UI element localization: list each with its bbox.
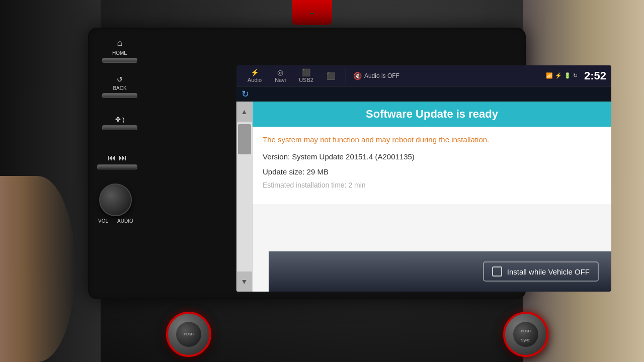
home-button-bar[interactable] <box>102 58 137 63</box>
scroll-up-button[interactable]: ▲ <box>237 102 252 122</box>
audio-status: 🔇 Audio is OFF <box>353 72 399 80</box>
right-knob-outer[interactable]: PUSHSyNC <box>503 312 548 357</box>
install-while-off-checkbox[interactable]: Install while Vehicle OFF <box>483 261 599 282</box>
vol-knob[interactable]: VOL AUDIO <box>98 184 133 224</box>
status-icons: 📶 ⚡ 🔋 ↻ <box>546 72 578 79</box>
left-knob-inner[interactable]: PUSH <box>176 322 201 347</box>
hand-overlay <box>0 176 75 362</box>
car-interior: ▬ ⌂ HOME ↺ BACK ✤ ) <box>0 0 644 362</box>
nav-tabs: ⚡ Audio ◎ Navi ⬛ USB2 ⬛ <box>242 67 341 84</box>
wifi-icon: 📶 <box>546 72 553 79</box>
brightness-button-bar[interactable] <box>102 125 137 130</box>
speaker-icon: 🔇 <box>353 72 362 80</box>
emergency-button-top[interactable]: ▬ <box>292 0 332 25</box>
scroll-thumb[interactable] <box>238 124 251 154</box>
update-content: Software Update is ready The system may … <box>253 102 611 292</box>
refresh-row: ↻ <box>236 86 611 102</box>
content-area: ▲ ▼ Software Update is ready The system … <box>236 102 611 292</box>
tab-navi[interactable]: ◎ Navi <box>269 67 292 84</box>
screen-bezel: ⌂ HOME ↺ BACK ✤ ) ⏮⏭ <box>88 28 526 299</box>
update-size-text: Update size: 29 MB <box>263 166 601 178</box>
time-display: 2:52 <box>584 69 606 82</box>
install-label: Install while Vehicle OFF <box>507 267 590 276</box>
main-screen: ⚡ Audio ◎ Navi ⬛ USB2 ⬛ <box>236 65 611 292</box>
vol-knob-dial[interactable] <box>99 184 132 216</box>
update-title: Software Update is ready <box>366 108 498 120</box>
back-button[interactable]: ↺ BACK <box>102 75 137 98</box>
push-label: PUSH <box>184 332 193 336</box>
update-header: Software Update is ready <box>253 102 611 127</box>
skip-button-bar[interactable] <box>97 164 137 169</box>
version-text: Version: System Update 20151.4 (A2001135… <box>263 151 601 163</box>
home-button[interactable]: ⌂ HOME <box>102 38 137 63</box>
bottom-controls: PUSH PUSHSyNC <box>25 282 619 362</box>
left-knob-outer[interactable]: PUSH <box>166 312 211 357</box>
checkbox[interactable] <box>492 266 502 277</box>
navi-icon: ◎ <box>277 68 283 76</box>
usb2-icon: ⬛ <box>302 68 310 76</box>
usb-icon: ⬛ <box>327 72 335 80</box>
status-bar: ⚡ Audio ◎ Navi ⬛ USB2 ⬛ <box>236 65 611 86</box>
update-body: The system may not function and may rebo… <box>253 127 611 204</box>
right-knob-inner[interactable]: PUSHSyNC <box>513 322 538 347</box>
bluetooth-status-icon: ⚡ <box>555 72 562 79</box>
divider <box>346 69 346 83</box>
left-rotary-knob[interactable]: PUSH <box>166 312 211 357</box>
sync-icon: ↻ <box>573 72 578 79</box>
tab-usb2[interactable]: ⬛ USB2 <box>293 67 319 84</box>
tab-usb[interactable]: ⬛ <box>320 70 341 81</box>
tab-audio[interactable]: ⚡ Audio <box>242 67 268 84</box>
push-sync-label: PUSHSyNC <box>521 329 530 342</box>
warning-text: The system may not function and may rebo… <box>263 134 601 145</box>
bluetooth-icon: ⚡ <box>251 68 259 76</box>
skip-button[interactable]: ⏮⏭ <box>97 153 137 169</box>
refresh-icon[interactable]: ↻ <box>242 88 249 100</box>
scrollbar[interactable]: ▲ ▼ <box>236 102 253 292</box>
estimated-time-text: Estimated installation time: 2 min <box>263 181 601 189</box>
back-button-bar[interactable] <box>102 93 137 98</box>
battery-icon: 🔋 <box>564 72 571 79</box>
right-rotary-knob[interactable]: PUSHSyNC <box>503 312 548 357</box>
dashboard: ▬ ⌂ HOME ↺ BACK ✤ ) <box>0 0 644 362</box>
brightness-button[interactable]: ✤ ) <box>102 116 137 130</box>
